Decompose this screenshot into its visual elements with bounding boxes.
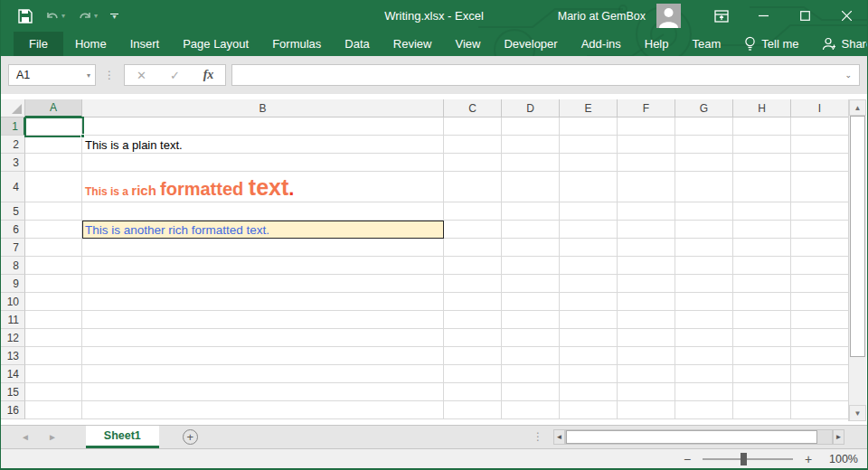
cell-f16[interactable] [618,401,675,419]
cell-a10[interactable] [25,293,82,311]
cell-g9[interactable] [675,275,733,293]
cell-a6[interactable] [25,221,82,239]
cell-i12[interactable] [791,329,849,347]
cell-a3[interactable] [25,154,82,172]
column-header-e[interactable]: E [560,99,618,118]
cell-i5[interactable] [791,202,849,221]
cell-i1[interactable] [791,118,849,136]
cell-d6[interactable] [502,221,560,239]
sheet-nav-right-icon[interactable]: ► [48,432,57,442]
ribbon-tab-file[interactable]: File [14,32,63,56]
scroll-up-button[interactable]: ▲ [849,99,866,116]
cell-i6[interactable] [791,221,849,239]
column-header-d[interactable]: D [502,99,560,118]
cell-h7[interactable] [733,239,791,257]
ribbon-tab-home[interactable]: Home [63,32,118,56]
enter-button[interactable]: ✓ [158,65,192,85]
row-header-7[interactable]: 7 [1,239,25,257]
cell-f2[interactable] [618,136,675,154]
column-header-a[interactable]: A [25,99,82,118]
cell-e1[interactable] [560,118,618,136]
row-header-14[interactable]: 14 [1,365,25,383]
cell-e9[interactable] [560,275,618,293]
cell-b4[interactable]: This is a rich formatted text. [82,172,444,202]
row-header-9[interactable]: 9 [1,275,25,293]
cell-a15[interactable] [25,383,82,401]
cell-f15[interactable] [618,383,675,401]
redo-dropdown-arrow[interactable]: ▾ [94,12,98,20]
cell-b7[interactable] [82,239,444,257]
cell-d14[interactable] [502,365,560,383]
cell-b11[interactable] [82,311,444,329]
zoom-out-button[interactable]: − [677,452,697,466]
cell-b10[interactable] [82,293,444,311]
zoom-in-button[interactable]: + [798,452,818,466]
cell-e4[interactable] [560,172,618,202]
cell-i7[interactable] [791,239,849,257]
cell-i4[interactable] [791,172,849,202]
cell-h2[interactable] [733,136,791,154]
ribbon-display-options-button[interactable] [701,0,742,32]
cell-g2[interactable] [675,136,733,154]
cell-h6[interactable] [733,221,791,239]
cell-b2[interactable]: This is a plain text. [82,136,444,154]
cell-h11[interactable] [733,311,791,329]
row-header-1[interactable]: 1 [1,118,25,136]
expand-formula-bar-icon[interactable]: ⌄ [844,70,852,80]
cancel-button[interactable]: ✕ [125,65,158,85]
cell-a8[interactable] [25,257,82,275]
cell-a9[interactable] [25,275,82,293]
cell-h15[interactable] [733,383,791,401]
cell-e13[interactable] [560,347,618,365]
ribbon-tab-page-layout[interactable]: Page Layout [171,32,260,56]
cell-f12[interactable] [618,329,675,347]
undo-dropdown-arrow[interactable]: ▾ [61,12,65,20]
cell-f13[interactable] [618,347,675,365]
cell-d11[interactable] [502,311,560,329]
cell-i8[interactable] [791,257,849,275]
cell-c9[interactable] [444,275,502,293]
cell-d4[interactable] [502,172,560,202]
horizontal-scrollbar[interactable]: ⋮ ◄ ► [533,428,844,446]
row-header-5[interactable]: 5 [1,202,25,221]
cell-b15[interactable] [82,383,444,401]
cell-a4[interactable] [25,172,82,202]
column-header-h[interactable]: H [733,99,791,118]
cell-d15[interactable] [502,383,560,401]
cell-h3[interactable] [733,154,791,172]
cell-e6[interactable] [560,221,618,239]
cell-d7[interactable] [502,239,560,257]
cell-c15[interactable] [444,383,502,401]
tell-me-button[interactable]: Tell me [732,32,810,56]
sheet-tab-sheet1[interactable]: Sheet1 [86,426,159,448]
insert-function-button[interactable]: fx [192,65,225,85]
ribbon-tab-view[interactable]: View [443,32,492,56]
cell-i2[interactable] [791,136,849,154]
cell-d16[interactable] [502,401,560,419]
cell-c7[interactable] [444,239,502,257]
row-header-16[interactable]: 16 [1,401,25,419]
scroll-left-button[interactable]: ◄ [553,429,565,445]
cell-c14[interactable] [444,365,502,383]
cell-f5[interactable] [618,202,675,221]
row-header-10[interactable]: 10 [1,293,25,311]
cell-h1[interactable] [733,118,791,136]
cell-h14[interactable] [733,365,791,383]
name-box[interactable]: A1 ▾ [8,64,96,86]
cell-e7[interactable] [560,239,618,257]
signed-in-user[interactable]: Mario at GemBox [558,10,646,23]
ribbon-tab-review[interactable]: Review [382,32,444,56]
cell-d9[interactable] [502,275,560,293]
horizontal-scrollbar-thumb[interactable] [566,430,817,444]
cell-c1[interactable] [444,118,502,136]
cell-d13[interactable] [502,347,560,365]
ribbon-tab-developer[interactable]: Developer [492,32,569,56]
cell-f10[interactable] [618,293,675,311]
cell-g6[interactable] [675,221,733,239]
cell-i15[interactable] [791,383,849,401]
sheet-nav-left-icon[interactable]: ◄ [21,432,30,442]
column-header-g[interactable]: G [675,99,733,118]
cell-a13[interactable] [25,347,82,365]
cell-g5[interactable] [675,202,733,221]
cell-b16[interactable] [82,401,444,419]
